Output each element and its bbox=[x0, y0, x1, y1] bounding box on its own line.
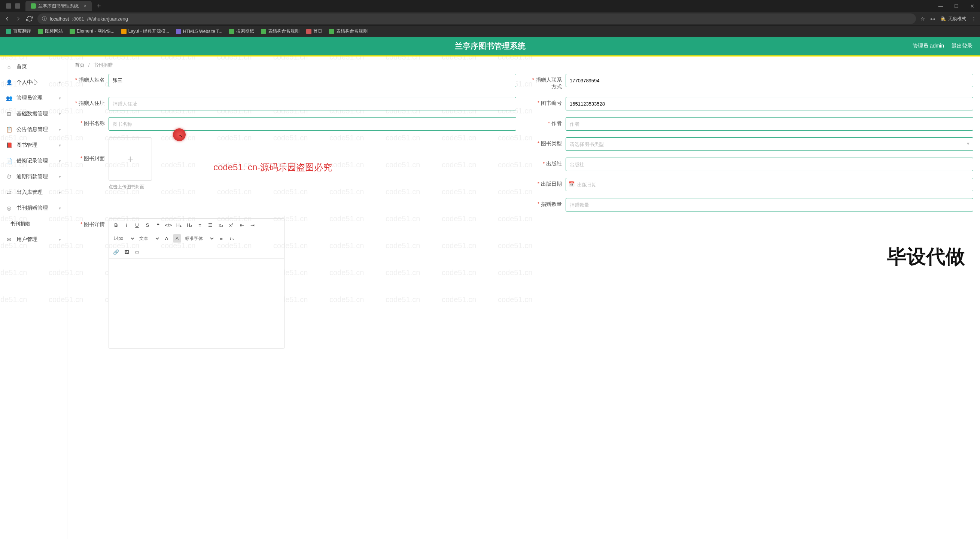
url-port: :8081 bbox=[72, 16, 84, 22]
strike-button[interactable]: S bbox=[143, 221, 152, 229]
ul-button[interactable]: ☰ bbox=[206, 221, 215, 229]
sup-button[interactable]: x² bbox=[227, 221, 235, 229]
bookmark[interactable]: 首页 bbox=[304, 27, 325, 35]
sub-button[interactable]: x₂ bbox=[217, 221, 225, 229]
sys-icon bbox=[6, 3, 11, 9]
app-header: 兰亭序图书管理系统 管理员 admin 退出登录 bbox=[0, 37, 980, 56]
donor-name-input[interactable] bbox=[108, 74, 516, 87]
editor-body[interactable] bbox=[109, 259, 284, 348]
chevron-down-icon: ▾ bbox=[59, 159, 61, 164]
bookmark[interactable]: 表结构命名规则 bbox=[259, 27, 302, 35]
h2-button[interactable]: H₂ bbox=[185, 221, 194, 229]
author-input[interactable] bbox=[566, 117, 973, 130]
bookmark[interactable]: 图标网站 bbox=[35, 27, 65, 35]
bookmark[interactable]: 百度翻译 bbox=[4, 27, 33, 35]
clear-format-button[interactable]: Tₓ bbox=[228, 234, 236, 243]
bookmark[interactable]: HTML5 Website T... bbox=[174, 28, 224, 35]
donor-contact-input[interactable] bbox=[566, 74, 973, 87]
font-family-select[interactable]: 标准字体 bbox=[183, 234, 215, 243]
sidebar: ⌂首页👤个人中心▾👥管理员管理▾⊞基础数据管理▾📋公告信息管理▾📕图书管理▾📄借… bbox=[0, 57, 67, 539]
breadcrumb-home[interactable]: 首页 bbox=[75, 62, 84, 68]
tab-close-icon[interactable]: × bbox=[84, 3, 86, 9]
donate-qty-input[interactable] bbox=[566, 198, 973, 211]
maximize-button[interactable]: ☐ bbox=[948, 0, 964, 12]
bookmark[interactable]: Layui - 经典开源模... bbox=[119, 27, 172, 35]
user-label[interactable]: 管理员 admin bbox=[913, 43, 944, 49]
sidebar-item[interactable]: 📄借阅记录管理▾ bbox=[0, 153, 67, 169]
underline-button[interactable]: U bbox=[133, 221, 141, 229]
bookmark-icon bbox=[38, 29, 43, 34]
star-icon[interactable]: ☆ bbox=[921, 16, 925, 22]
app-title: 兰亭序图书管理系统 bbox=[455, 41, 525, 51]
sidebar-item[interactable]: 书刊捐赠 bbox=[0, 216, 67, 232]
text-type-select[interactable]: 文本 bbox=[138, 234, 160, 243]
reload-button[interactable] bbox=[26, 15, 33, 22]
incognito-indicator: 🕵 无痕模式 bbox=[940, 16, 966, 22]
key-icon[interactable]: ⊶ bbox=[930, 16, 935, 22]
bookmark[interactable]: 搜索壁纸 bbox=[227, 27, 256, 35]
new-tab-button[interactable]: + bbox=[95, 2, 103, 10]
sidebar-item-label: 管理员管理 bbox=[16, 95, 43, 102]
forward-button[interactable] bbox=[15, 15, 22, 22]
pub-date-picker[interactable]: 📅 bbox=[566, 178, 973, 191]
bookmark[interactable]: 表结构命名规则 bbox=[327, 27, 370, 35]
home-icon: ⌂ bbox=[6, 64, 12, 70]
label-donor-name: 捐赠人姓名 bbox=[74, 74, 108, 83]
bold-button[interactable]: B bbox=[112, 221, 120, 229]
sidebar-item[interactable]: 📕图书管理▾ bbox=[0, 137, 67, 153]
menu-icon[interactable]: ⋮ bbox=[971, 16, 976, 22]
user-icon: 👤 bbox=[6, 79, 12, 85]
sidebar-item[interactable]: 👤个人中心▾ bbox=[0, 75, 67, 90]
sidebar-item[interactable]: ✉用户管理▾ bbox=[0, 232, 67, 247]
bookmark-label: 首页 bbox=[313, 28, 322, 35]
bookmark[interactable]: Element - 网站快... bbox=[67, 27, 117, 35]
code-button[interactable]: </> bbox=[164, 221, 173, 229]
bookmark-icon bbox=[6, 29, 11, 34]
sidebar-item[interactable]: 👥管理员管理▾ bbox=[0, 90, 67, 106]
bookmark-label: Element - 网站快... bbox=[77, 28, 115, 35]
book-type-select[interactable] bbox=[566, 137, 973, 151]
address-bar: ⓘ localhost:8081/#/shukanjuanzeng ☆ ⊶ 🕵 … bbox=[0, 12, 980, 25]
chevron-down-icon: ▾ bbox=[59, 80, 61, 85]
italic-button[interactable]: I bbox=[123, 221, 130, 229]
sidebar-item[interactable]: ⏱逾期罚款管理▾ bbox=[0, 169, 67, 184]
chevron-down-icon: ▾ bbox=[59, 96, 61, 101]
label-pub-date: 出版日期 bbox=[531, 178, 566, 188]
publisher-input[interactable] bbox=[566, 157, 973, 171]
quote-button[interactable]: ❝ bbox=[154, 221, 162, 229]
url-input[interactable]: ⓘ localhost:8081/#/shukanjuanzeng bbox=[37, 13, 916, 24]
sidebar-item[interactable]: ⊞基础数据管理▾ bbox=[0, 106, 67, 122]
chevron-down-icon: ▾ bbox=[59, 127, 61, 132]
indent-button[interactable]: ⇤ bbox=[238, 221, 246, 229]
bg-color-button[interactable]: A bbox=[173, 234, 181, 243]
breadcrumb: 首页 / 书刊捐赠 bbox=[67, 57, 980, 74]
admin-icon: 👥 bbox=[6, 95, 12, 101]
stock-icon: ⇄ bbox=[6, 189, 12, 196]
link-button[interactable]: 🔗 bbox=[112, 248, 120, 256]
align-button[interactable]: ≡ bbox=[217, 234, 225, 243]
sidebar-item-label: 借阅记录管理 bbox=[16, 157, 48, 164]
video-button[interactable]: ▭ bbox=[133, 248, 141, 256]
close-window-button[interactable]: ✕ bbox=[964, 0, 980, 12]
minimize-button[interactable]: — bbox=[933, 0, 948, 12]
sidebar-item[interactable]: ◎书刊捐赠管理▾ bbox=[0, 200, 67, 216]
book-name-input[interactable] bbox=[108, 117, 516, 130]
h1-button[interactable]: H₁ bbox=[175, 221, 183, 229]
font-size-select[interactable]: 14px bbox=[112, 234, 135, 243]
bookmark-icon bbox=[70, 29, 75, 34]
book-code-input[interactable] bbox=[566, 97, 973, 110]
browser-tab[interactable]: 兰亭序图书管理系统 × bbox=[25, 1, 92, 11]
favicon-icon bbox=[31, 3, 36, 9]
sidebar-item[interactable]: ⇄出入库管理▾ bbox=[0, 184, 67, 200]
back-button[interactable] bbox=[4, 15, 11, 22]
sidebar-item[interactable]: ⌂首页 bbox=[0, 59, 67, 75]
sidebar-item[interactable]: 📋公告信息管理▾ bbox=[0, 122, 67, 137]
text-color-button[interactable]: A bbox=[162, 234, 171, 243]
chevron-down-icon: ▾ bbox=[59, 175, 61, 179]
logout-link[interactable]: 退出登录 bbox=[951, 43, 972, 49]
ol-button[interactable]: ≡ bbox=[196, 221, 204, 229]
cover-upload[interactable]: + bbox=[108, 137, 152, 181]
image-button[interactable]: 🖼 bbox=[123, 248, 130, 256]
outdent-button[interactable]: ⇥ bbox=[248, 221, 256, 229]
donor-address-input[interactable] bbox=[108, 97, 516, 110]
